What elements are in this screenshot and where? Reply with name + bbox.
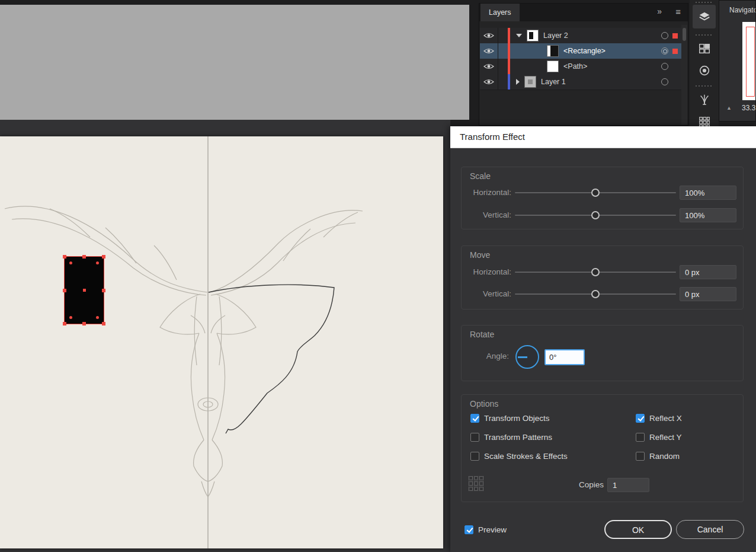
handle-top-mid[interactable] xyxy=(82,255,86,259)
transform-objects-option[interactable]: Transform Objects xyxy=(470,413,550,423)
cancel-button[interactable]: Cancel xyxy=(676,520,744,539)
preview-checkbox[interactable] xyxy=(465,525,473,534)
random-option[interactable]: Random xyxy=(636,451,680,461)
navigator-zoom-value[interactable]: 33.3 xyxy=(742,104,755,112)
transform-objects-checkbox[interactable] xyxy=(470,414,479,423)
reference-point-grid[interactable] xyxy=(469,476,485,492)
handle-top-left[interactable] xyxy=(63,255,66,259)
slider-thumb[interactable] xyxy=(591,189,600,197)
brushes-panel-icon[interactable] xyxy=(693,89,716,110)
scale-vertical-slider[interactable] xyxy=(515,208,676,222)
scale-heading: Scale xyxy=(470,171,491,181)
scrollbar-thumb[interactable] xyxy=(683,28,686,41)
layers-scrollbar[interactable] xyxy=(681,25,687,125)
scale-vertical-input[interactable] xyxy=(680,208,736,222)
color-panel-icon[interactable] xyxy=(693,60,716,81)
layer-row-layer2[interactable]: Layer 2 xyxy=(480,28,681,44)
visibility-toggle[interactable] xyxy=(480,28,498,43)
layer-row-rectangle[interactable]: <Rectangle> xyxy=(480,43,681,59)
tab-layers[interactable]: Layers xyxy=(480,4,520,21)
navigator-view-box[interactable] xyxy=(746,27,755,97)
target-circle-icon[interactable] xyxy=(661,32,668,39)
selection-indicator-empty xyxy=(672,64,678,69)
layers-panel-icon[interactable] xyxy=(693,5,716,28)
zoom-out-icon[interactable]: ▲ xyxy=(726,105,732,111)
navigator-preview[interactable] xyxy=(742,22,756,100)
reflect-x-checkbox[interactable] xyxy=(636,414,645,423)
chevron-right-icon[interactable] xyxy=(516,79,520,85)
layer-row-layer1[interactable]: Layer 1 xyxy=(480,74,681,90)
move-vertical-input[interactable] xyxy=(680,287,736,301)
corner-widget-top-left[interactable] xyxy=(69,261,72,264)
move-horizontal-slider[interactable] xyxy=(515,265,676,279)
move-horizontal-input[interactable] xyxy=(680,265,736,279)
collapse-panel-icon[interactable]: » xyxy=(657,7,662,16)
layer-thumbnail[interactable] xyxy=(527,30,539,42)
selected-rectangle[interactable] xyxy=(64,256,104,324)
rotate-group: Rotate Angle: xyxy=(461,325,744,381)
angle-dial[interactable] xyxy=(515,345,539,369)
corner-widget-bottom-left[interactable] xyxy=(69,316,72,319)
layer-row-path[interactable]: <Path> xyxy=(480,59,681,75)
dial-pointer[interactable] xyxy=(518,356,527,358)
drag-dots[interactable] xyxy=(696,2,713,3)
scale-horizontal-slider[interactable] xyxy=(515,186,676,200)
scale-strokes-option[interactable]: Scale Strokes & Effects xyxy=(470,451,568,461)
reflect-y-option[interactable]: Reflect Y xyxy=(636,432,682,442)
random-label: Random xyxy=(649,452,680,461)
corner-widget-bottom-right[interactable] xyxy=(96,316,99,319)
angle-input[interactable] xyxy=(544,349,585,365)
handle-left-mid[interactable] xyxy=(63,289,66,292)
artboards-panel-icon[interactable] xyxy=(693,38,716,59)
target-circle-icon[interactable] xyxy=(661,63,668,70)
layer-color-bar xyxy=(508,28,510,43)
handle-bottom-right[interactable] xyxy=(102,322,105,326)
drag-dots[interactable] xyxy=(696,34,713,36)
slider-thumb[interactable] xyxy=(591,268,600,276)
target-circle-icon[interactable] xyxy=(661,78,668,85)
transform-patterns-option[interactable]: Transform Patterns xyxy=(470,432,552,442)
move-vertical-slider[interactable] xyxy=(515,287,676,301)
rotate-heading: Rotate xyxy=(470,330,494,339)
traced-path[interactable] xyxy=(209,285,334,433)
panel-menu-icon[interactable]: ≡ xyxy=(675,7,681,17)
layer-thumbnail[interactable] xyxy=(524,76,536,88)
scale-strokes-checkbox[interactable] xyxy=(470,452,479,461)
layer-name[interactable]: Layer 1 xyxy=(541,78,566,86)
object-thumbnail[interactable] xyxy=(547,60,559,72)
object-thumbnail[interactable] xyxy=(547,45,559,57)
preview-option[interactable]: Preview xyxy=(465,521,507,538)
visibility-toggle[interactable] xyxy=(480,74,498,90)
layer-name[interactable]: Layer 2 xyxy=(543,31,568,40)
chevron-down-icon[interactable] xyxy=(516,34,522,37)
transform-patterns-checkbox[interactable] xyxy=(470,433,479,442)
ok-button[interactable]: OK xyxy=(604,520,672,539)
visibility-toggle[interactable] xyxy=(480,43,498,59)
handle-right-mid[interactable] xyxy=(102,289,105,292)
center-point[interactable] xyxy=(83,289,86,292)
slider-thumb[interactable] xyxy=(591,211,600,219)
layer-color-bar xyxy=(508,59,510,74)
handle-top-right[interactable] xyxy=(102,255,105,259)
layers-tab-bar: Layers » ≡ xyxy=(479,4,688,21)
random-checkbox[interactable] xyxy=(636,452,645,461)
slider-thumb[interactable] xyxy=(591,290,600,298)
dialog-title-bar[interactable]: Transform Effect xyxy=(450,126,756,148)
scale-horizontal-input[interactable] xyxy=(680,186,736,200)
artboard-canvas[interactable] xyxy=(0,136,443,548)
visibility-toggle[interactable] xyxy=(480,59,498,74)
reflect-x-option[interactable]: Reflect X xyxy=(636,413,682,423)
scale-strokes-label: Scale Strokes & Effects xyxy=(484,452,568,461)
target-double-circle-icon[interactable] xyxy=(661,47,668,55)
reflect-y-checkbox[interactable] xyxy=(636,433,645,442)
object-name[interactable]: <Path> xyxy=(563,62,587,71)
copies-input[interactable] xyxy=(607,478,649,492)
handle-bottom-left[interactable] xyxy=(63,322,66,326)
selection-indicator[interactable] xyxy=(672,33,678,39)
drag-dots[interactable] xyxy=(696,85,713,87)
handle-bottom-mid[interactable] xyxy=(82,322,86,326)
row-gap xyxy=(498,74,508,90)
object-name[interactable]: <Rectangle> xyxy=(563,47,606,55)
selection-indicator[interactable] xyxy=(672,49,678,54)
corner-widget-top-right[interactable] xyxy=(96,261,99,264)
